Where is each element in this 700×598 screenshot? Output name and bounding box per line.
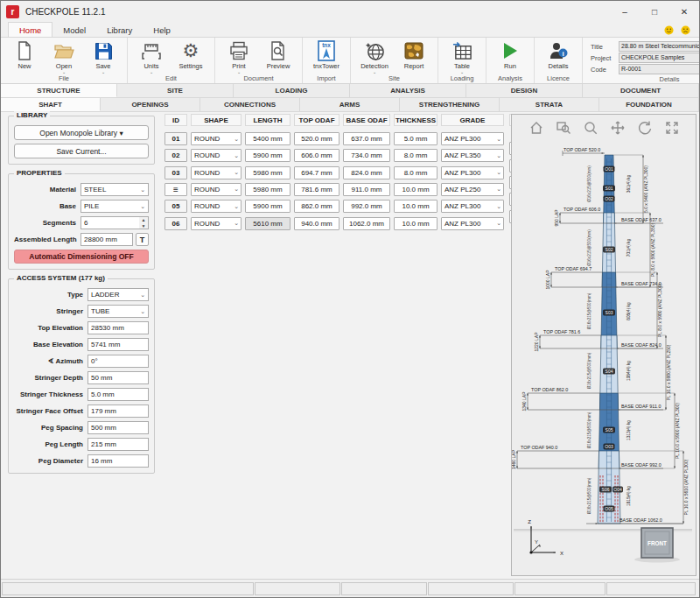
access-field-input[interactable]: 500 mm (88, 421, 149, 434)
access-field-input[interactable]: 179 mm (88, 405, 149, 418)
units-button[interactable]: Units ⌄ (132, 39, 171, 74)
grade-select[interactable]: ANZ PL300⌄ (441, 217, 504, 230)
tab-openings[interactable]: OPENINGS (101, 98, 200, 111)
monopole-drawing[interactable]: TOP ODAF 520.0TOP ODAF 606.0950 LAPBASE … (512, 141, 694, 573)
length-input[interactable]: 5900 mm (245, 149, 290, 162)
thickness-input[interactable]: 5.0 mm (394, 132, 438, 145)
access-field-select[interactable]: LADDER⌄ (88, 288, 149, 301)
tab-foundation[interactable]: FOUNDATION (599, 98, 699, 111)
tab-design[interactable]: DESIGN (466, 84, 583, 97)
open-button[interactable]: Open ⌄ (45, 39, 83, 74)
tab-document[interactable]: DOCUMENT (583, 84, 699, 97)
length-input[interactable]: 5980 mm (245, 183, 290, 196)
save-button[interactable]: Save ⌄ (84, 39, 122, 74)
menu-home[interactable]: Home (8, 22, 52, 37)
title-field[interactable]: 28.80 m Steel Telecommunications Monopol… (619, 41, 700, 52)
access-field-input[interactable]: 215 mm (88, 438, 149, 451)
grade-select[interactable]: ANZ PL300⌄ (441, 166, 504, 179)
tab-shaft[interactable]: SHAFT (1, 98, 101, 111)
thickness-input[interactable]: 10.0 mm (394, 200, 438, 213)
top-odaf-input[interactable]: 520.0 mm (294, 132, 340, 145)
material-select[interactable]: STEEL⌄ (80, 183, 149, 196)
minimize-button[interactable]: – (610, 1, 640, 22)
segments-input[interactable]: 6 (80, 216, 139, 229)
grade-select[interactable]: ANZ PL250⌄ (441, 183, 504, 196)
new-button[interactable]: New (5, 39, 44, 70)
tab-site[interactable]: SITE (117, 84, 234, 97)
base-odaf-input[interactable]: 637.0 mm (343, 132, 390, 145)
stepper-down-icon[interactable]: ▼ (139, 223, 148, 229)
automatic-dimensioning-button[interactable]: Automatic Dimensioning OFF (14, 250, 149, 264)
settings-button[interactable]: ⚙ Settings (172, 39, 210, 70)
top-odaf-input[interactable]: 940.0 mm (294, 217, 340, 230)
thickness-input[interactable]: 10.0 mm (394, 183, 438, 196)
top-odaf-input[interactable]: 781.6 mm (294, 183, 340, 196)
run-button[interactable]: Run (491, 39, 529, 70)
zoom-window-button[interactable] (555, 119, 572, 137)
segments-stepper[interactable]: ▲▼ (139, 216, 149, 229)
rotate-button[interactable] (636, 119, 654, 137)
home-view-button[interactable] (528, 119, 545, 137)
thickness-input[interactable]: 8.0 mm (394, 166, 438, 179)
top-odaf-input[interactable]: 862.0 mm (294, 200, 340, 213)
print-button[interactable]: Print ⌄ (220, 39, 258, 74)
report-button[interactable]: Report (395, 39, 433, 70)
menu-help[interactable]: Help (143, 23, 181, 37)
row-menu-button[interactable]: ≡ (164, 183, 187, 196)
assembled-length-toggle-button[interactable]: T (136, 233, 149, 246)
menu-model[interactable]: Model (52, 23, 96, 37)
save-current-button[interactable]: Save Current... (14, 144, 149, 158)
grade-select[interactable]: ANZ PL350⌄ (441, 149, 504, 162)
thickness-input[interactable]: 10.0 mm (394, 217, 438, 230)
base-select[interactable]: PILE⌄ (80, 200, 149, 213)
access-field-input[interactable]: 0° (88, 355, 149, 368)
tab-arms[interactable]: ARMS (300, 98, 400, 111)
shape-select[interactable]: ROUND⌄ (191, 149, 242, 162)
shape-select[interactable]: ROUND⌄ (191, 200, 242, 213)
table-button[interactable]: Table ⌄ (443, 39, 481, 74)
menu-library[interactable]: Library (96, 23, 143, 37)
project-field[interactable]: CHECKPOLE Samples (619, 53, 700, 63)
base-odaf-input[interactable]: 734.0 mm (343, 149, 390, 162)
tab-strata[interactable]: STRATA (500, 98, 599, 111)
base-odaf-input[interactable]: 992.0 mm (343, 200, 390, 213)
shape-select[interactable]: ROUND⌄ (191, 183, 242, 196)
close-button[interactable]: ✕ (669, 1, 699, 22)
length-input[interactable]: 5900 mm (245, 200, 290, 213)
base-odaf-input[interactable]: 911.0 mm (343, 183, 390, 196)
code-field[interactable]: R-0001 (619, 64, 700, 74)
feedback-positive-icon[interactable] (664, 25, 674, 35)
preview-button[interactable]: Preview (259, 39, 298, 70)
tab-loading[interactable]: LOADING (234, 84, 350, 97)
access-field-input[interactable]: 28530 mm (88, 321, 149, 334)
open-monopole-library-button[interactable]: Open Monopole Library ▾ (14, 125, 149, 140)
access-field-input[interactable]: 5741 mm (88, 338, 149, 351)
base-odaf-input[interactable]: 824.0 mm (343, 166, 390, 179)
shape-select[interactable]: ROUND⌄ (191, 166, 242, 179)
details-button[interactable]: i Details (539, 39, 578, 70)
tab-structure[interactable]: STRUCTURE (1, 84, 117, 97)
length-input[interactable]: 5400 mm (245, 132, 290, 145)
access-field-input[interactable]: 5.0 mm (88, 388, 149, 401)
assembled-length-input[interactable]: 28800 mm (80, 233, 133, 246)
access-field-input[interactable]: 16 mm (88, 454, 149, 468)
feedback-negative-icon[interactable] (681, 25, 690, 35)
length-input[interactable]: 5980 mm (245, 166, 290, 179)
tab-analysis[interactable]: ANALYSIS (350, 84, 466, 97)
access-field-input[interactable]: 50 mm (88, 371, 149, 384)
length-input[interactable]: 5610 mm (245, 217, 290, 230)
top-odaf-input[interactable]: 606.0 mm (294, 149, 340, 162)
access-field-select[interactable]: TUBE⌄ (88, 305, 149, 318)
maximize-button[interactable]: □ (640, 1, 669, 22)
tnxtower-button[interactable]: tnx tnxTower (307, 39, 346, 70)
shape-select[interactable]: ROUND⌄ (191, 217, 242, 230)
base-odaf-input[interactable]: 1062.0 mm (343, 217, 390, 230)
tab-strengthening[interactable]: STRENGTHENING (400, 98, 500, 111)
fit-view-button[interactable] (663, 119, 681, 137)
shape-select[interactable]: ROUND⌄ (191, 132, 242, 145)
top-odaf-input[interactable]: 694.7 mm (294, 166, 340, 179)
grade-select[interactable]: ANZ PL300⌄ (441, 200, 504, 213)
zoom-button[interactable] (582, 119, 599, 137)
detection-button[interactable]: Detection ⌄ (355, 39, 394, 74)
thickness-input[interactable]: 8.0 mm (394, 149, 438, 162)
